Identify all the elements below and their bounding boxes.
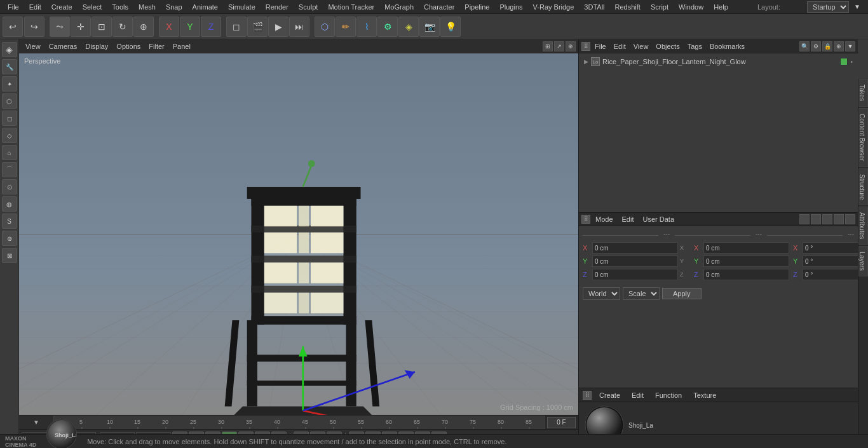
panel-grip-icon[interactable]: ⠿	[581, 42, 590, 51]
scale-x-input[interactable]	[703, 242, 789, 254]
paint-button[interactable]: ✦	[2, 76, 17, 92]
y-axis-button[interactable]: Y	[180, 17, 200, 37]
scale-dropdown[interactable]: Scale	[623, 287, 660, 300]
options-menu[interactable]: Options	[112, 41, 144, 51]
scale-y-input[interactable]	[703, 255, 789, 267]
rot-y-input[interactable]	[803, 255, 858, 267]
scale-z-input[interactable]	[703, 269, 789, 280]
viewport-settings-button[interactable]: ⊕	[566, 41, 576, 51]
pen-button[interactable]: ✏	[336, 17, 356, 37]
rotate-tool-button[interactable]: ↻	[112, 17, 133, 37]
menu-sculpt[interactable]: Sculpt	[294, 2, 323, 12]
objects-menu[interactable]: Objects	[653, 42, 682, 51]
bookmarks-menu[interactable]: Bookmarks	[707, 42, 748, 51]
menu-redshift[interactable]: Redshift	[610, 2, 646, 12]
timeline-ruler[interactable]: ▼ 0 5 10	[19, 415, 578, 429]
menu-window[interactable]: Window	[674, 2, 709, 12]
tool5-button[interactable]: ◍	[2, 196, 17, 212]
objects-view-menu[interactable]: View	[630, 42, 652, 51]
menu-create[interactable]: Create	[46, 2, 78, 12]
pos-y-input[interactable]	[592, 255, 678, 267]
menu-animate[interactable]: Animate	[187, 2, 223, 12]
object-mode-button[interactable]: ◻	[226, 17, 247, 37]
filter-menu[interactable]: Filter	[145, 41, 168, 51]
layout-arrow[interactable]: ▼	[849, 2, 865, 11]
tool6-button[interactable]: S	[2, 214, 17, 229]
function-menu[interactable]: Function	[651, 390, 686, 400]
tool4-button[interactable]: ⊙	[2, 179, 17, 194]
menu-simulate[interactable]: Simulate	[223, 2, 261, 12]
generator-button[interactable]: ⚙	[377, 17, 398, 37]
menu-script[interactable]: Script	[646, 2, 674, 12]
menu-motion-tracker[interactable]: Motion Tracker	[323, 2, 379, 12]
x-axis-button[interactable]: X	[159, 17, 179, 37]
menu-help[interactable]: Help	[709, 2, 733, 12]
layout-select[interactable]: Startup	[807, 1, 849, 13]
objects-file-menu[interactable]: File	[592, 42, 609, 51]
attr-up-icon[interactable]	[799, 214, 810, 224]
timeline-track[interactable]: 0 5 10 15 20 25 30	[54, 416, 544, 429]
tool7-button[interactable]: ⊚	[2, 231, 17, 246]
deformer-button[interactable]: ◈	[398, 17, 419, 37]
mode-menu[interactable]: Mode	[592, 214, 617, 224]
z-axis-button[interactable]: Z	[201, 17, 221, 37]
selection-button[interactable]: ⬡	[2, 93, 17, 109]
viewport-camera-button[interactable]: ↗	[554, 41, 564, 51]
viewport-maximize-button[interactable]: ⊞	[543, 41, 553, 51]
chevron-down-icon[interactable]: ▼	[845, 41, 855, 51]
sculpt-side-button[interactable]: ◻	[2, 111, 17, 126]
edit-menu[interactable]: Edit	[618, 214, 638, 224]
tags-menu[interactable]: Tags	[684, 42, 705, 51]
rot-x-input[interactable]	[803, 242, 858, 254]
world-dropdown[interactable]: World	[583, 287, 620, 300]
pos-z-input[interactable]	[592, 269, 678, 280]
texture-menu[interactable]: Texture	[689, 390, 720, 400]
tool2-button[interactable]: ⌂	[2, 145, 17, 160]
search-icon[interactable]: 🔍	[799, 41, 810, 51]
object-row-lantern[interactable]: ▶ Lo Rice_Paper_Shoji_Floor_Lantern_Nigh…	[581, 56, 855, 67]
structure-tab[interactable]: Structure	[858, 168, 868, 206]
transform-tool-button[interactable]: ⊕	[133, 17, 154, 37]
render-button[interactable]: ▶	[268, 17, 288, 37]
menu-file[interactable]: File	[3, 2, 24, 12]
objects-edit-menu[interactable]: Edit	[611, 42, 629, 51]
apply-button[interactable]: Apply	[662, 288, 702, 299]
render-view-button[interactable]: 🎬	[247, 17, 268, 37]
view-menu[interactable]: View	[22, 41, 44, 51]
rot-z-input[interactable]	[803, 269, 858, 280]
attr-lock2-icon[interactable]	[822, 214, 832, 224]
attr-expand2-icon[interactable]	[834, 214, 844, 224]
content-browser-tab[interactable]: Content Browser	[858, 108, 868, 166]
menu-edit[interactable]: Edit	[24, 2, 46, 12]
menu-3dtall[interactable]: 3DTAll	[579, 2, 609, 12]
move-tool-button[interactable]: ✛	[71, 17, 91, 37]
menu-mesh[interactable]: Mesh	[133, 2, 161, 12]
tool1-button[interactable]: ◇	[2, 128, 17, 143]
menu-mograph[interactable]: MoGraph	[379, 2, 419, 12]
user-data-menu[interactable]: User Data	[639, 214, 679, 224]
scale-tool-button[interactable]: ⊡	[92, 17, 112, 37]
menu-vray[interactable]: V-Ray Bridge	[528, 2, 580, 12]
attr-chevron-icon[interactable]	[845, 214, 855, 224]
create-menu[interactable]: Create	[595, 390, 624, 400]
attr-search-icon[interactable]	[811, 214, 821, 224]
menu-snap[interactable]: Snap	[161, 2, 187, 12]
settings-icon[interactable]: ⚙	[811, 41, 821, 51]
menu-plugins[interactable]: Plugins	[494, 2, 527, 12]
viewport-3d[interactable]: Perspective Grid Spacing : 1000 cm	[19, 53, 578, 415]
menu-tools[interactable]: Tools	[107, 2, 133, 12]
select-tool-button[interactable]: ⤳	[50, 17, 70, 37]
attributes-tab[interactable]: Attributes	[858, 207, 868, 245]
undo-button[interactable]: ↩	[3, 17, 23, 37]
cameras-menu[interactable]: Cameras	[45, 41, 81, 51]
model-mode-button[interactable]: ◈	[2, 42, 17, 57]
tool3-button[interactable]: ⌒	[2, 162, 17, 177]
spline-button[interactable]: ⌇	[356, 17, 377, 37]
menu-select[interactable]: Select	[78, 2, 107, 12]
texture-mode-button[interactable]: 🔧	[2, 59, 17, 74]
menu-render[interactable]: Render	[261, 2, 294, 12]
cube-button[interactable]: ⬡	[315, 17, 335, 37]
menu-pipeline[interactable]: Pipeline	[459, 2, 494, 12]
render-all-button[interactable]: ⏭	[289, 17, 309, 37]
light-button[interactable]: 💡	[440, 17, 461, 37]
